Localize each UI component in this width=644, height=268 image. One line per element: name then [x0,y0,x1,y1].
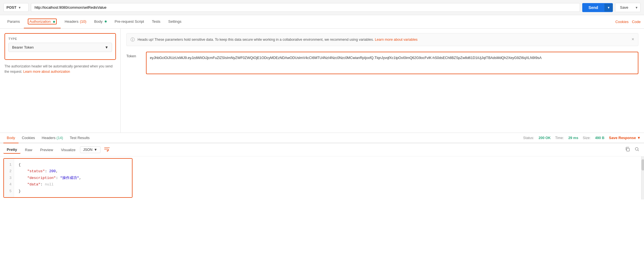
tab-params[interactable]: Params [3,16,24,28]
tab-pre-request-script[interactable]: Pre-request Script [111,16,148,28]
scrollbar[interactable] [641,156,644,199]
authorization-dot [53,21,55,23]
size-value: 490 B [595,136,604,140]
url-bar: POST ▼ Send ▼ Save ▼ [0,0,644,15]
tab-headers-label: Headers [65,19,78,24]
cookies-link[interactable]: Cookies [615,20,629,24]
body-tab-pretty[interactable]: Pretty [3,146,20,154]
type-selector-box: TYPE Bearer Token ▼ [4,33,116,60]
format-value: JSON [83,148,92,152]
wrap-button[interactable] [104,147,110,153]
learn-more-variables-link[interactable]: Learn more about variables [375,38,417,42]
save-response-button[interactable]: Save Response ▼ [609,136,641,140]
tab-authorization-label: Authorization [29,19,51,24]
tab-body[interactable]: Body [90,16,111,28]
line-num-5: 5 [7,188,12,194]
tab-tests-label: Tests [152,19,160,24]
main-content: TYPE Bearer Token ▼ The authorization he… [0,29,644,133]
left-auth-panel: TYPE Bearer Token ▼ The authorization he… [0,29,121,133]
alert-close-button[interactable]: × [632,37,634,42]
body-dot [105,21,107,22]
body-tab-preview[interactable]: Preview [37,146,56,153]
tab-headers-count: (10) [80,19,86,24]
tab-authorization[interactable]: Authorization [24,15,61,28]
search-icon[interactable] [633,146,641,154]
code-line-2: "status": 200, [19,168,127,174]
method-label: POST [6,5,16,10]
body-tab-pretty-label: Pretty [7,147,17,152]
save-response-dropdown-arrow: ▼ [637,136,641,140]
token-row: Token eyJhbGciOiJIUzUxMiJ9.eyJzdWIiOiJjc… [126,52,638,74]
url-input[interactable] [31,3,580,12]
response-tab-cookies-label: Cookies [22,136,35,140]
save-response-label: Save Response [609,136,636,140]
method-dropdown-arrow: ▼ [18,6,21,9]
tabs-right-links: Cookies Code [615,20,641,24]
info-icon: ⓘ [131,37,135,42]
body-view-tabs: Pretty Raw Preview Visualize JSON ▼ [0,143,644,156]
time-value: 29 ms [568,136,578,140]
response-section: Body Cookies Headers (14) Test Results S… [0,133,644,199]
body-icons-right [624,146,641,154]
scrollbar-thumb [641,159,644,171]
tab-tests[interactable]: Tests [148,16,164,28]
response-status-area: Status: 200 OK Time: 29 ms Size: 490 B S… [523,136,641,140]
svg-rect-0 [627,148,629,151]
response-tab-test-results-label: Test Results [70,136,90,140]
body-tab-raw[interactable]: Raw [22,146,36,153]
code-line-1: { [19,162,127,168]
method-select[interactable]: POST ▼ [3,3,29,12]
save-btn-dropdown-arrow[interactable]: ▼ [633,4,640,12]
tab-settings[interactable]: Settings [164,16,185,28]
code-line-4: "data": null [19,181,127,188]
format-select[interactable]: JSON ▼ [80,146,101,153]
response-tab-headers[interactable]: Headers (14) [38,133,67,143]
alert-text: Heads up! These parameters hold sensitiv… [138,37,629,42]
code-link[interactable]: Code [632,20,641,24]
request-tabs: Params Authorization Headers (10) Body P… [0,15,644,29]
alert-main-text: Heads up! These parameters hold sensitiv… [138,38,374,42]
response-tab-test-results[interactable]: Test Results [66,133,93,143]
body-tab-visualize-label: Visualize [61,148,76,152]
body-tab-visualize[interactable]: Visualize [58,146,79,153]
type-dropdown-arrow: ▼ [105,45,108,49]
line-num-3: 3 [7,175,12,181]
response-tab-headers-count: (14) [56,136,63,140]
response-tab-body[interactable]: Body [3,133,19,143]
tab-headers[interactable]: Headers (10) [61,16,90,28]
tab-body-label: Body [94,19,103,24]
save-button[interactable]: Save ▼ [615,3,641,12]
token-label: Token [126,52,140,58]
tab-settings-label: Settings [168,19,181,24]
send-btn-arrow[interactable]: ▼ [604,4,613,12]
auth-description: The authorization header will be automat… [4,64,116,74]
line-num-1: 1 [7,162,12,168]
alert-box: ⓘ Heads up! These parameters hold sensit… [126,33,638,46]
send-button[interactable]: Send ▼ [582,3,613,12]
learn-more-link[interactable]: Learn more about authorization [23,70,70,74]
code-box: 1 2 3 4 5 { "status": 200, "description"… [3,158,133,198]
status-value: 200 OK [539,136,551,140]
time-label: Time: [555,136,564,140]
save-btn-main[interactable]: Save [615,3,633,12]
type-label: TYPE [8,37,112,40]
tab-params-label: Params [7,19,20,24]
code-output-inner: 1 2 3 4 5 { "status": 200, "description"… [0,156,641,199]
tab-pre-request-label: Pre-request Script [115,19,144,24]
token-input[interactable]: eyJhbGciOiJIUzUxMiJ9.eyJzdWIiOiJjcmFuZlZ… [146,52,638,74]
code-lines: { "status": 200, "description": "操作成功", … [14,159,132,197]
size-label: Size: [583,136,591,140]
response-tabs-row: Body Cookies Headers (14) Test Results S… [0,133,644,143]
code-area: 1 2 3 4 5 { "status": 200, "description"… [4,159,132,197]
response-tab-headers-label: Headers [42,136,57,140]
line-num-4: 4 [7,181,12,188]
copy-icon[interactable] [624,146,631,154]
body-tab-raw-label: Raw [25,148,32,152]
response-tab-body-label: Body [7,136,15,140]
response-tab-cookies[interactable]: Cookies [19,133,38,143]
send-btn-main[interactable]: Send [582,3,604,12]
status-label: Status: [523,136,534,140]
line-num-2: 2 [7,168,12,174]
right-auth-panel: ⓘ Heads up! These parameters hold sensit… [121,29,644,133]
type-dropdown[interactable]: Bearer Token ▼ [8,43,112,52]
